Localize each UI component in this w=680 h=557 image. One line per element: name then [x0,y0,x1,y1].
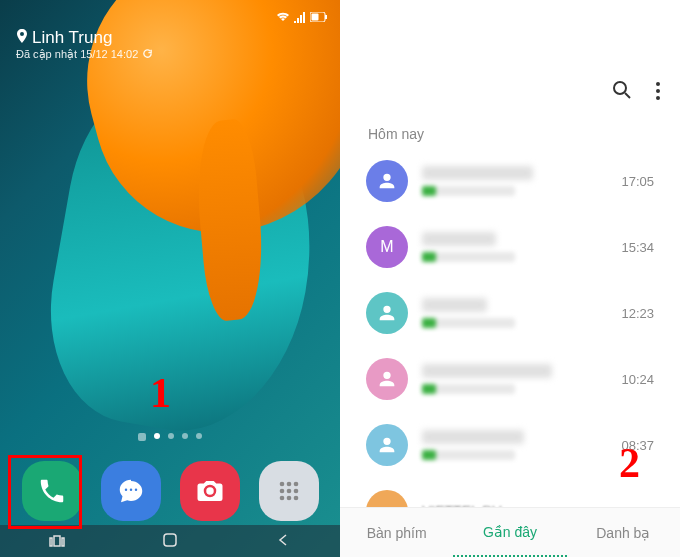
location-name: Linh Trung [32,28,112,48]
svg-point-5 [293,482,298,487]
page-dot[interactable] [154,433,160,439]
call-item[interactable]: 17:05 [346,148,674,214]
avatar: M [366,226,408,268]
bottom-tabs: Bàn phím Gần đây Danh bạ [340,507,680,557]
call-info [422,166,607,196]
avatar [366,160,408,202]
call-info [422,364,607,394]
location-pin-icon [16,28,28,48]
svg-point-3 [279,482,284,487]
navigation-bar [0,525,340,557]
tab-recent[interactable]: Gần đây [453,508,566,557]
svg-rect-13 [62,538,64,546]
recents-button[interactable] [37,532,77,551]
avatar [366,292,408,334]
page-dot[interactable] [196,433,202,439]
tab-contacts[interactable]: Danh bạ [567,508,680,557]
svg-point-7 [286,489,291,494]
svg-rect-2 [325,15,327,19]
call-time: 10:24 [621,372,654,387]
back-button[interactable] [263,533,303,550]
page-indicator[interactable] [0,433,340,441]
apps-drawer-icon[interactable] [259,461,319,521]
call-info [422,430,607,460]
avatar [366,490,408,507]
status-bar [0,8,340,28]
annotation-1: 1 [150,369,171,417]
call-info [422,298,607,328]
svg-rect-12 [50,538,52,546]
home-button[interactable] [150,532,190,551]
svg-point-6 [279,489,284,494]
call-item[interactable]: 10:24 [346,346,674,412]
messages-app-icon[interactable] [101,461,161,521]
svg-point-8 [293,489,298,494]
annotation-2: 2 [619,439,640,487]
svg-point-11 [293,496,298,501]
call-time: 17:05 [621,174,654,189]
top-bar [340,0,680,120]
home-screen: Linh Trung Đã cập nhật 15/12 14:02 1 [0,0,340,557]
svg-rect-14 [54,536,60,546]
svg-rect-15 [164,534,176,546]
avatar [366,358,408,400]
call-item[interactable]: 12:23 [346,280,674,346]
home-page-dot[interactable] [138,433,146,441]
call-time: 15:34 [621,240,654,255]
call-time: 12:23 [621,306,654,321]
call-log-screen: Hôm nay 17:05 M 15:34 [340,0,680,557]
call-info: VIETTEL DV [422,503,654,507]
search-icon[interactable] [612,80,632,104]
camera-app-icon[interactable] [180,461,240,521]
svg-point-19 [656,96,660,100]
call-item[interactable]: M 15:34 [346,214,674,280]
svg-point-18 [656,89,660,93]
more-icon[interactable] [656,82,660,104]
svg-point-9 [279,496,284,501]
page-dot[interactable] [182,433,188,439]
svg-rect-1 [312,14,319,21]
section-today: Hôm nay [340,120,680,148]
svg-point-17 [656,82,660,86]
weather-widget[interactable]: Linh Trung Đã cập nhật 15/12 14:02 [16,28,153,61]
location-updated: Đã cập nhật 15/12 14:02 [16,48,138,61]
battery-icon [310,11,328,25]
signal-icon [294,11,306,26]
refresh-icon[interactable] [142,48,153,61]
svg-point-16 [614,82,626,94]
call-info [422,232,607,262]
avatar [366,424,408,466]
svg-point-4 [286,482,291,487]
wifi-icon [276,11,290,26]
page-dot[interactable] [168,433,174,439]
svg-point-10 [286,496,291,501]
tab-keypad[interactable]: Bàn phím [340,508,453,557]
highlight-box-1 [8,455,82,529]
